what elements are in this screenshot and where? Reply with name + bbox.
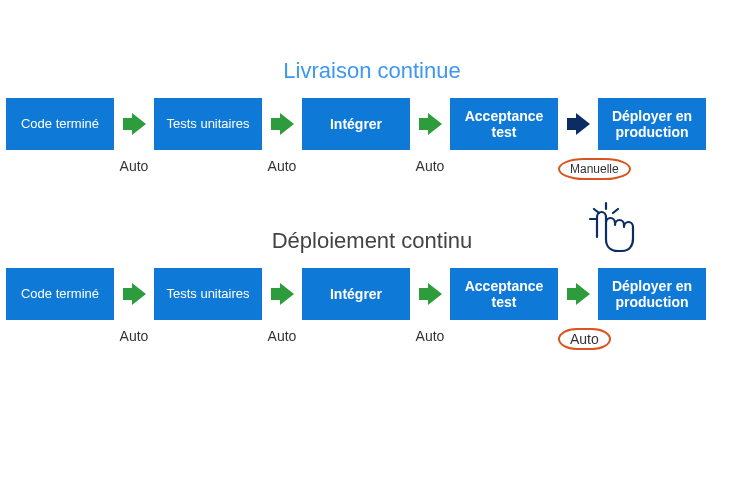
arrow-right-icon [567, 283, 589, 305]
label-auto: Auto [120, 328, 149, 344]
arrow-right-icon [567, 113, 589, 135]
arrow-manual [558, 98, 598, 150]
arrow-auto-1 [114, 98, 154, 150]
pipeline-delivery: Code terminé Tests unitaires Intégrer Ac… [0, 94, 744, 154]
stage-deploy: Déployer en production [598, 268, 706, 320]
title-delivery: Livraison continue [0, 0, 744, 94]
section-continuous-deployment: Déploiement continu Code terminé Tests u… [0, 220, 744, 350]
arrow-auto-1 [114, 268, 154, 320]
arrow-labels-delivery: Auto Auto Auto Manuelle [0, 154, 744, 180]
stage-acceptance: Acceptance test [450, 98, 558, 150]
arrow-right-icon [271, 283, 293, 305]
label-auto: Auto [120, 158, 149, 174]
label-auto: Auto [268, 328, 297, 344]
label-auto: Auto [416, 328, 445, 344]
stage-integrate: Intégrer [302, 98, 410, 150]
arrow-auto-3 [410, 268, 450, 320]
arrow-right-icon [419, 283, 441, 305]
arrow-auto-4 [558, 268, 598, 320]
arrow-right-icon [271, 113, 293, 135]
stage-code: Code terminé [6, 268, 114, 320]
label-manual-circled: Manuelle [558, 158, 631, 180]
label-auto: Auto [416, 158, 445, 174]
arrow-right-icon [123, 113, 145, 135]
label-auto: Auto [268, 158, 297, 174]
stage-code: Code terminé [6, 98, 114, 150]
arrow-labels-deployment: Auto Auto Auto Auto [0, 324, 744, 350]
arrow-auto-2 [262, 268, 302, 320]
stage-unit-tests: Tests unitaires [154, 268, 262, 320]
stage-unit-tests: Tests unitaires [154, 98, 262, 150]
pipeline-deployment: Code terminé Tests unitaires Intégrer Ac… [0, 264, 744, 324]
title-deployment: Déploiement continu [0, 220, 744, 264]
stage-deploy: Déployer en production [598, 98, 706, 150]
stage-integrate: Intégrer [302, 268, 410, 320]
label-auto-circled: Auto [558, 328, 611, 350]
section-continuous-delivery: Livraison continue Code terminé Tests un… [0, 0, 744, 180]
arrow-auto-3 [410, 98, 450, 150]
arrow-right-icon [123, 283, 145, 305]
stage-acceptance: Acceptance test [450, 268, 558, 320]
arrow-auto-2 [262, 98, 302, 150]
arrow-right-icon [419, 113, 441, 135]
